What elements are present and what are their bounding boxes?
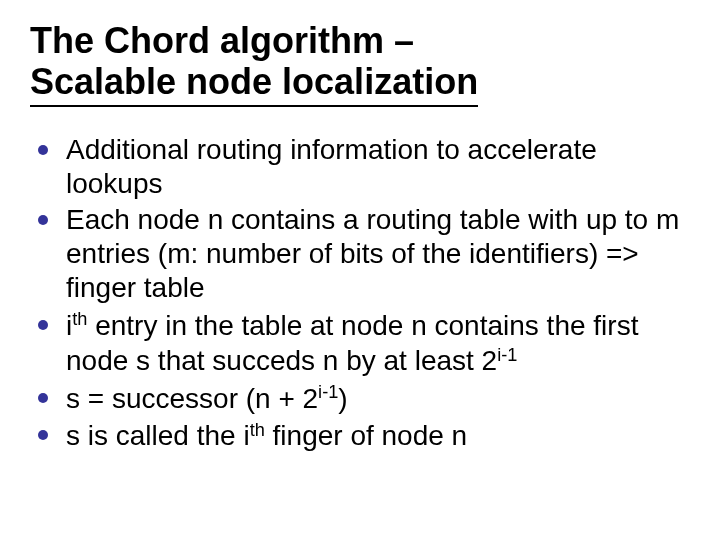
text-part: finger of node n (265, 420, 467, 451)
superscript: th (250, 420, 265, 440)
bullet-text: Additional routing information to accele… (66, 133, 690, 201)
bullet-icon (38, 215, 48, 225)
bullet-icon (38, 145, 48, 155)
bullet-text: Each node n contains a routing table wit… (66, 203, 690, 305)
slide: The Chord algorithm – Scalable node loca… (0, 0, 720, 540)
list-item: s = successor (n + 2i-1) (38, 381, 690, 416)
text-part: entry in the table at node n contains th… (66, 310, 638, 376)
superscript: i-1 (318, 382, 338, 402)
list-item: Additional routing information to accele… (38, 133, 690, 201)
text-part: s is called the i (66, 420, 250, 451)
bullet-icon (38, 430, 48, 440)
bullet-icon (38, 320, 48, 330)
title-line-1: The Chord algorithm – (30, 20, 414, 61)
title-line-2: Scalable node localization (30, 61, 478, 106)
bullet-text: ith entry in the table at node n contain… (66, 308, 690, 379)
slide-body: Additional routing information to accele… (30, 133, 690, 454)
bullet-text: s is called the ith finger of node n (66, 418, 467, 453)
text-part: ) (338, 383, 347, 414)
superscript: i-1 (497, 345, 517, 365)
bullet-icon (38, 393, 48, 403)
list-item: ith entry in the table at node n contain… (38, 308, 690, 379)
bullet-text: s = successor (n + 2i-1) (66, 381, 348, 416)
list-item: s is called the ith finger of node n (38, 418, 690, 453)
slide-title: The Chord algorithm – Scalable node loca… (30, 20, 690, 107)
text-part: s = successor (n + 2 (66, 383, 318, 414)
superscript: th (72, 309, 87, 329)
list-item: Each node n contains a routing table wit… (38, 203, 690, 305)
